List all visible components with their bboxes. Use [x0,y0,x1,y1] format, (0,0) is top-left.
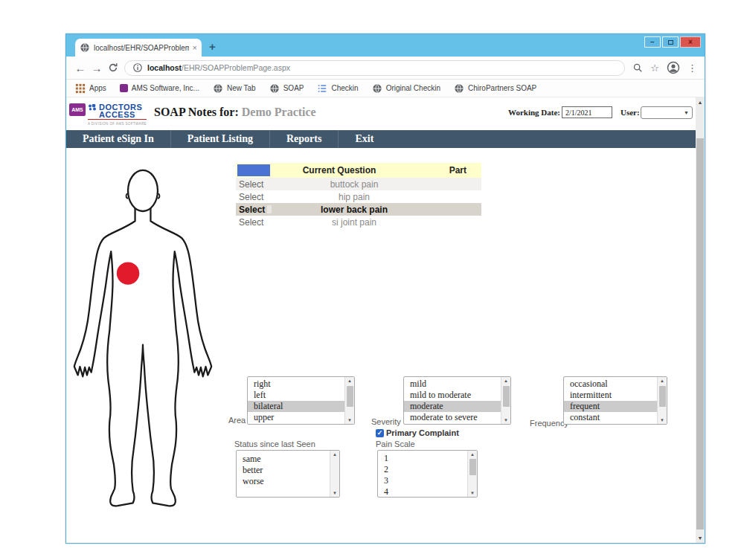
severity-label: Severity [371,417,401,426]
nav-exit[interactable]: Exit [338,130,390,148]
table-row: Select si joint pain [236,216,481,228]
globe-icon [213,83,223,94]
question-cell: buttock pain [272,179,437,190]
page-scrollbar[interactable]: ▲ ▼ [696,97,705,543]
scrollbar[interactable]: ▲▼ [330,451,339,497]
working-date-input[interactable] [562,106,612,118]
scroll-up-icon[interactable]: ▲ [658,379,667,383]
scroll-up-icon[interactable]: ▲ [345,379,354,383]
forward-icon[interactable]: → [89,62,105,74]
status-listbox[interactable]: same better worse ▲▼ [236,450,340,498]
scrollbar-thumb[interactable] [503,386,510,407]
frequency-option[interactable]: intermittent [564,390,657,401]
bookmark-apps[interactable]: Apps [75,83,106,94]
severity-option[interactable]: mild to moderate [404,390,501,401]
main-nav: Patient eSign In Patient Listing Reports… [66,130,696,148]
scroll-down-icon[interactable]: ▼ [658,418,667,422]
window-close-button[interactable]: × [680,36,701,48]
pain-scale-option[interactable]: 1 [378,453,467,464]
table-row: Select hip pain [236,190,481,203]
new-tab-button[interactable]: + [209,40,216,53]
scrollbar[interactable]: ▲▼ [344,377,354,424]
bookmark-label: New Tab [227,84,256,92]
frequency-option-selected[interactable]: frequent [564,401,657,412]
header-blue-box [237,164,270,176]
frequency-listbox[interactable]: occasional intermittent frequent constan… [563,376,667,425]
body-diagram[interactable] [72,159,214,518]
select-link[interactable]: Select [236,179,272,190]
status-option[interactable]: same [237,454,330,465]
tab-close-icon[interactable]: × [193,43,197,52]
area-option[interactable]: right [248,379,344,390]
window-minimize-button[interactable]: − [644,36,661,48]
bookmark-soap[interactable]: SOAP [269,83,304,94]
bookmark-ams-software[interactable]: AMS Software, Inc... [120,84,199,92]
bookmark-original-checkin[interactable]: Original Checkin [372,83,440,94]
severity-option[interactable]: mild [404,379,501,390]
scroll-down-icon[interactable]: ▼ [468,491,477,495]
status-option[interactable]: better [237,465,330,476]
scroll-up-icon[interactable]: ▲ [330,452,339,457]
zoom-icon[interactable] [632,62,643,73]
nav-reports[interactable]: Reports [269,130,338,148]
scrollbar[interactable]: ▲▼ [467,451,477,497]
select-link: Select [239,205,265,215]
pain-marker[interactable] [117,262,139,284]
title-bar: localhost/EHR/SOAPProblemPa × + − × [66,34,705,57]
table-row: Select buttock pain [236,178,481,190]
pain-scale-option[interactable]: 2 [378,464,467,475]
scroll-down-icon[interactable]: ▼ [345,418,354,422]
menu-dots-icon[interactable]: ⋮ [687,62,697,74]
scrollbar-thumb[interactable] [347,386,353,407]
scroll-down-icon[interactable]: ▼ [501,418,510,422]
back-icon[interactable]: ← [72,62,89,74]
scrollbar-thumb[interactable] [696,138,704,530]
window-maximize-button[interactable] [662,36,679,48]
select-link[interactable]: Select [236,217,272,228]
bookmark-chiropartners-soap[interactable]: ChiroPartners SOAP [454,83,536,94]
severity-option[interactable]: moderate to severe [404,412,501,423]
scroll-down-icon[interactable]: ▼ [330,491,339,495]
status-option[interactable]: worse [237,476,330,487]
scroll-up-icon[interactable]: ▲ [468,452,477,457]
bookmark-checkin[interactable]: Checkin [317,83,358,94]
practice-name: Demo Practice [242,106,316,118]
area-option-selected[interactable]: bilateral [248,401,344,412]
logo-dots-icon [88,104,97,111]
tab-title: localhost/EHR/SOAPProblemPa [94,44,189,52]
scrollbar[interactable]: ▲▼ [657,377,667,424]
select-link[interactable]: Select [236,192,272,202]
area-option[interactable]: left [248,390,344,401]
logo-tagline: A DIVISION OF AMS SOFTWARE [88,119,147,128]
working-date-label: Working Date: [508,108,560,117]
status-label: Status since last Seen [234,440,315,448]
area-listbox[interactable]: right left bilateral upper ▲▼ [247,376,355,425]
primary-complaint-checkbox[interactable]: ✓ [376,429,384,437]
nav-patient-listing[interactable]: Patient Listing [170,130,269,148]
pain-scale-listbox[interactable]: 1 2 3 4 ▲▼ [377,450,478,498]
browser-tab[interactable]: localhost/EHR/SOAPProblemPa × [75,39,202,57]
scroll-down-icon[interactable]: ▼ [696,535,705,541]
severity-option-selected[interactable]: moderate [404,401,501,412]
frequency-option[interactable]: constant [564,412,657,423]
reload-icon[interactable] [108,62,118,73]
pain-scale-option[interactable]: 3 [378,475,467,486]
bookmark-label: SOAP [283,84,304,92]
scrollbar-thumb[interactable] [469,459,476,475]
page-info-icon[interactable] [132,62,143,73]
severity-listbox[interactable]: mild mild to moderate moderate moderate … [403,376,511,425]
part-header: Part [437,165,481,176]
pain-scale-option[interactable]: 4 [378,486,467,497]
bookmark-new-tab[interactable]: New Tab [213,83,256,94]
profile-avatar-icon[interactable] [667,61,680,74]
bookmark-star-icon[interactable]: ☆ [650,62,659,74]
frequency-option[interactable]: occasional [564,379,657,390]
scroll-up-icon[interactable]: ▲ [501,379,510,383]
address-bar[interactable]: localhost/EHR/SOAPProblemPage.aspx [124,60,625,76]
scrollbar-thumb[interactable] [659,386,666,407]
nav-patient-esign-in[interactable]: Patient eSign In [66,130,170,148]
scrollbar[interactable]: ▲▼ [501,377,510,424]
area-option[interactable]: upper [248,412,344,423]
user-select[interactable]: ▼ [641,106,693,119]
scroll-up-icon[interactable]: ▲ [696,100,705,105]
